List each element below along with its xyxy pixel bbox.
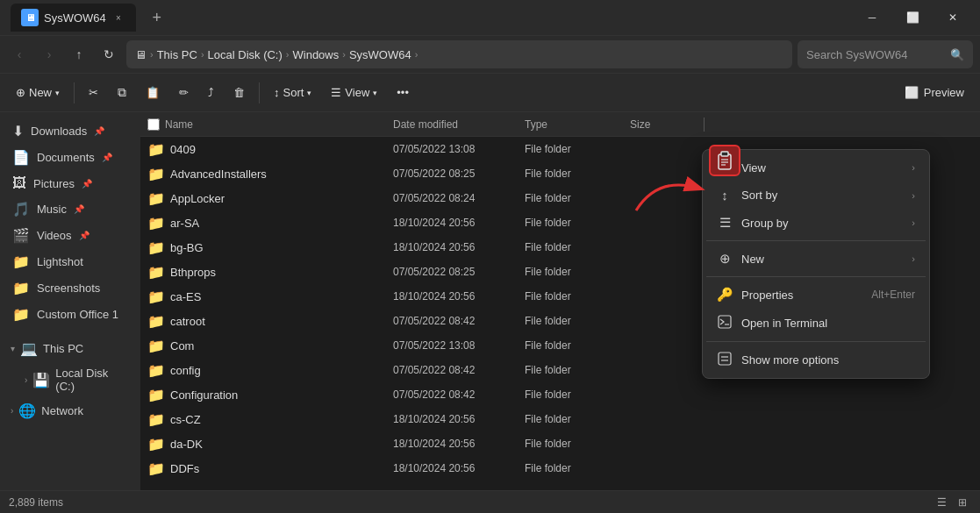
sidebar-item-videos[interactable]: 🎬 Videos 📌: [4, 223, 137, 248]
table-row[interactable]: 📁DDFs 18/10/2024 20:56 File folder: [140, 456, 980, 481]
cm-properties-label: Properties: [741, 289, 862, 302]
new-button[interactable]: ⊕ New ▾: [7, 79, 68, 107]
sidebar-item-custom-office[interactable]: 📁 Custom Office 1: [4, 302, 137, 327]
breadcrumb-local-disk[interactable]: Local Disk (C:): [208, 48, 283, 61]
sidebar-group-this-pc[interactable]: ▾ 💻 This PC: [4, 336, 137, 361]
sidebar-item-pictures[interactable]: 🖼 Pictures 📌: [4, 171, 137, 196]
cm-group-by[interactable]: ☰ Group by ›: [706, 209, 926, 237]
paste-button[interactable]: 📋: [137, 79, 168, 107]
cm-properties[interactable]: 🔑 Properties Alt+Enter: [706, 281, 926, 309]
breadcrumb-this-pc[interactable]: This PC: [157, 48, 197, 61]
sidebar-item-downloads[interactable]: ⬇ Downloads 📌: [4, 118, 137, 144]
folder-icon: 📁: [147, 166, 165, 182]
list-view-button[interactable]: ☰: [933, 494, 950, 511]
folder-icon: 📁: [147, 215, 165, 232]
pin-icon-music: 📌: [74, 204, 84, 214]
forward-button[interactable]: ›: [37, 42, 61, 67]
up-button[interactable]: ↑: [67, 42, 91, 67]
window-controls: ─ ⬜ ✕: [852, 4, 973, 32]
grid-view-button[interactable]: ⊞: [954, 494, 971, 511]
breadcrumb-windows[interactable]: Windows: [293, 48, 340, 61]
view-label: View: [345, 86, 369, 99]
sidebar-label-lightshot: Lightshot: [37, 255, 83, 268]
cm-separator-1: [706, 240, 926, 241]
terminal-cm-icon: [717, 315, 733, 331]
preview-button[interactable]: ⬜ Preview: [896, 82, 973, 103]
pin-icon-pictures: 📌: [82, 179, 92, 189]
share-button[interactable]: ⤴: [199, 79, 223, 107]
filelist-header: Name Date modified Type Size: [140, 112, 980, 137]
tab-title: SysWOW64: [44, 11, 106, 25]
cm-group-arrow: ›: [912, 217, 915, 228]
col-header-type[interactable]: Type: [525, 118, 630, 131]
folder-icon: 📁: [147, 460, 165, 477]
cm-group-label: Group by: [741, 217, 903, 230]
close-window-button[interactable]: ✕: [933, 4, 973, 32]
cm-separator-3: [706, 341, 926, 342]
svg-rect-8: [719, 353, 731, 365]
rename-button[interactable]: ✏: [170, 79, 197, 107]
sort-cm-icon: ↕: [717, 188, 733, 203]
maximize-button[interactable]: ⬜: [892, 4, 933, 32]
cut-button[interactable]: ✂: [80, 79, 107, 107]
more-button[interactable]: •••: [388, 79, 418, 107]
table-row[interactable]: 📁Configuration 07/05/2022 08:42 File fol…: [140, 382, 980, 407]
sidebar: ⬇ Downloads 📌 📄 Documents 📌 🖼 Pictures 📌…: [0, 112, 140, 490]
screenshots-icon: 📁: [12, 280, 30, 296]
preview-icon: ⬜: [905, 86, 919, 99]
folder-icon: 📁: [147, 141, 165, 158]
search-box[interactable]: Search SysWOW64 🔍: [798, 40, 973, 68]
close-tab-button[interactable]: ×: [111, 11, 125, 25]
sidebar-item-music[interactable]: 🎵 Music 📌: [4, 196, 137, 222]
sidebar-label-downloads: Downloads: [31, 125, 87, 138]
back-button[interactable]: ‹: [7, 42, 32, 67]
col-header-name[interactable]: Name: [147, 118, 393, 131]
refresh-button[interactable]: ↻: [97, 42, 121, 67]
sort-button[interactable]: ↕ Sort ▾: [265, 79, 320, 107]
sidebar-group-local-disk[interactable]: › 💾 Local Disk (C:): [4, 362, 137, 397]
col-header-date[interactable]: Date modified: [393, 118, 525, 131]
search-label: Search SysWOW64: [806, 48, 908, 61]
folder-icon: 📁: [147, 362, 165, 379]
chevron-this-pc: ▾: [11, 344, 15, 353]
sidebar-item-lightshot[interactable]: 📁 Lightshot: [4, 249, 137, 274]
search-icon: 🔍: [950, 48, 964, 61]
sidebar-item-documents[interactable]: 📄 Documents 📌: [4, 145, 137, 170]
breadcrumb[interactable]: 🖥 › This PC › Local Disk (C:) › Windows …: [126, 40, 792, 68]
cm-view-label: View: [741, 161, 903, 175]
chevron-local-disk: ›: [25, 375, 27, 385]
properties-cm-icon: 🔑: [717, 287, 733, 303]
table-row[interactable]: 📁da-DK 18/10/2024 20:56 File folder: [140, 431, 980, 456]
view-button[interactable]: ☰ View ▾: [322, 79, 386, 107]
separator-1: [74, 82, 75, 103]
cm-new[interactable]: ⊕ New ›: [706, 245, 926, 273]
address-bar: ‹ › ↑ ↻ 🖥 › This PC › Local Disk (C:) › …: [0, 35, 980, 74]
cm-terminal-label: Open in Terminal: [741, 317, 915, 330]
delete-icon: 🗑: [233, 86, 245, 99]
cm-open-terminal[interactable]: Open in Terminal: [706, 309, 926, 338]
sidebar-label-screenshots: Screenshots: [37, 281, 100, 295]
new-tab-button[interactable]: +: [147, 7, 168, 28]
cm-sort-label: Sort by: [741, 189, 903, 202]
pictures-icon: 🖼: [12, 175, 26, 191]
view-icon: ☰: [331, 86, 341, 99]
table-row[interactable]: 📁cs-CZ 18/10/2024 20:56 File folder: [140, 407, 980, 431]
pin-icon-videos: 📌: [79, 231, 89, 240]
group-cm-icon: ☰: [717, 215, 733, 231]
delete-button[interactable]: 🗑: [225, 79, 254, 107]
folder-icon: 📁: [147, 411, 165, 428]
folder-icon: 📁: [147, 387, 165, 403]
active-tab[interactable]: 🖥 SysWOW64 ×: [11, 4, 136, 32]
copy-button[interactable]: ⧉: [109, 79, 135, 107]
pin-icon-downloads: 📌: [94, 126, 104, 136]
minimize-button[interactable]: ─: [852, 4, 892, 32]
breadcrumb-icon: 🖥: [135, 48, 147, 61]
breadcrumb-syswow64[interactable]: SysWOW64: [349, 48, 411, 61]
cm-more-options[interactable]: Show more options: [706, 346, 926, 374]
sidebar-group-network[interactable]: › 🌐 Network: [4, 398, 137, 424]
col-header-size[interactable]: Size: [630, 118, 700, 131]
select-all-checkbox[interactable]: [147, 118, 160, 131]
cm-sort-by[interactable]: ↕ Sort by ›: [706, 182, 926, 209]
sidebar-item-screenshots[interactable]: 📁 Screenshots: [4, 275, 137, 301]
cm-new-label: New: [741, 253, 903, 266]
